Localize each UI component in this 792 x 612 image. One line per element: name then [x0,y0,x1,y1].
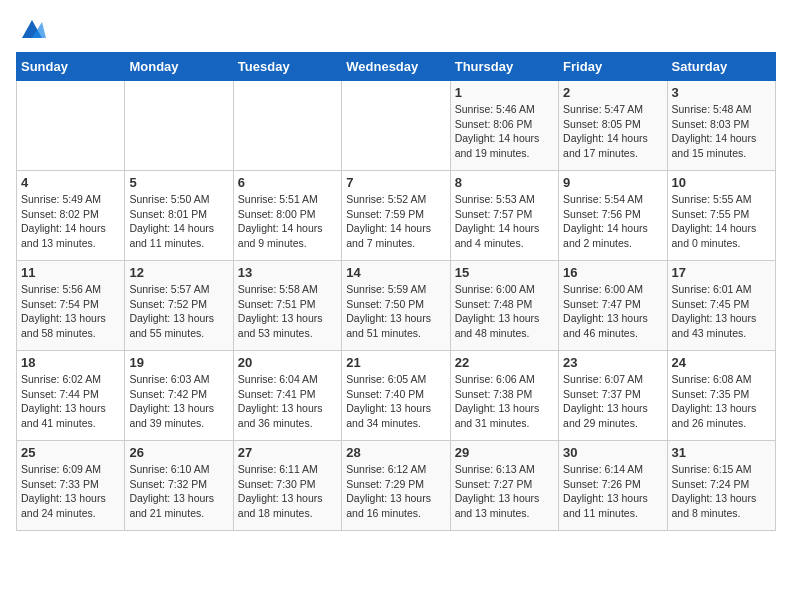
calendar-cell: 31Sunrise: 6:15 AM Sunset: 7:24 PM Dayli… [667,441,775,531]
day-number: 8 [455,175,554,190]
logo-icon [18,16,46,44]
day-info: Sunrise: 6:08 AM Sunset: 7:35 PM Dayligh… [672,372,771,431]
calendar-cell: 28Sunrise: 6:12 AM Sunset: 7:29 PM Dayli… [342,441,450,531]
day-number: 21 [346,355,445,370]
column-header-friday: Friday [559,53,667,81]
day-info: Sunrise: 6:14 AM Sunset: 7:26 PM Dayligh… [563,462,662,521]
day-number: 22 [455,355,554,370]
column-header-sunday: Sunday [17,53,125,81]
calendar-cell: 20Sunrise: 6:04 AM Sunset: 7:41 PM Dayli… [233,351,341,441]
day-info: Sunrise: 6:13 AM Sunset: 7:27 PM Dayligh… [455,462,554,521]
day-info: Sunrise: 5:50 AM Sunset: 8:01 PM Dayligh… [129,192,228,251]
column-header-monday: Monday [125,53,233,81]
calendar-cell: 4Sunrise: 5:49 AM Sunset: 8:02 PM Daylig… [17,171,125,261]
day-number: 18 [21,355,120,370]
calendar-cell [17,81,125,171]
calendar-cell: 15Sunrise: 6:00 AM Sunset: 7:48 PM Dayli… [450,261,558,351]
day-number: 29 [455,445,554,460]
day-number: 1 [455,85,554,100]
logo [16,16,46,44]
calendar-cell: 16Sunrise: 6:00 AM Sunset: 7:47 PM Dayli… [559,261,667,351]
day-info: Sunrise: 5:47 AM Sunset: 8:05 PM Dayligh… [563,102,662,161]
day-number: 15 [455,265,554,280]
calendar-cell: 9Sunrise: 5:54 AM Sunset: 7:56 PM Daylig… [559,171,667,261]
calendar-cell: 22Sunrise: 6:06 AM Sunset: 7:38 PM Dayli… [450,351,558,441]
day-number: 23 [563,355,662,370]
day-info: Sunrise: 5:55 AM Sunset: 7:55 PM Dayligh… [672,192,771,251]
header-row: SundayMondayTuesdayWednesdayThursdayFrid… [17,53,776,81]
calendar-cell: 14Sunrise: 5:59 AM Sunset: 7:50 PM Dayli… [342,261,450,351]
day-number: 25 [21,445,120,460]
day-info: Sunrise: 5:51 AM Sunset: 8:00 PM Dayligh… [238,192,337,251]
calendar-cell: 27Sunrise: 6:11 AM Sunset: 7:30 PM Dayli… [233,441,341,531]
calendar-cell: 17Sunrise: 6:01 AM Sunset: 7:45 PM Dayli… [667,261,775,351]
day-number: 7 [346,175,445,190]
day-number: 5 [129,175,228,190]
day-info: Sunrise: 5:57 AM Sunset: 7:52 PM Dayligh… [129,282,228,341]
day-info: Sunrise: 6:00 AM Sunset: 7:48 PM Dayligh… [455,282,554,341]
calendar-cell: 23Sunrise: 6:07 AM Sunset: 7:37 PM Dayli… [559,351,667,441]
day-info: Sunrise: 5:59 AM Sunset: 7:50 PM Dayligh… [346,282,445,341]
day-info: Sunrise: 6:06 AM Sunset: 7:38 PM Dayligh… [455,372,554,431]
column-header-tuesday: Tuesday [233,53,341,81]
day-info: Sunrise: 6:00 AM Sunset: 7:47 PM Dayligh… [563,282,662,341]
calendar-body: 1Sunrise: 5:46 AM Sunset: 8:06 PM Daylig… [17,81,776,531]
calendar-cell: 6Sunrise: 5:51 AM Sunset: 8:00 PM Daylig… [233,171,341,261]
day-info: Sunrise: 6:05 AM Sunset: 7:40 PM Dayligh… [346,372,445,431]
day-number: 4 [21,175,120,190]
calendar-cell: 25Sunrise: 6:09 AM Sunset: 7:33 PM Dayli… [17,441,125,531]
day-number: 11 [21,265,120,280]
calendar-cell: 13Sunrise: 5:58 AM Sunset: 7:51 PM Dayli… [233,261,341,351]
day-info: Sunrise: 6:10 AM Sunset: 7:32 PM Dayligh… [129,462,228,521]
calendar-week-1: 1Sunrise: 5:46 AM Sunset: 8:06 PM Daylig… [17,81,776,171]
calendar-cell: 7Sunrise: 5:52 AM Sunset: 7:59 PM Daylig… [342,171,450,261]
calendar-cell: 10Sunrise: 5:55 AM Sunset: 7:55 PM Dayli… [667,171,775,261]
day-number: 6 [238,175,337,190]
calendar-week-2: 4Sunrise: 5:49 AM Sunset: 8:02 PM Daylig… [17,171,776,261]
day-number: 9 [563,175,662,190]
day-number: 3 [672,85,771,100]
calendar-cell: 29Sunrise: 6:13 AM Sunset: 7:27 PM Dayli… [450,441,558,531]
calendar-cell: 26Sunrise: 6:10 AM Sunset: 7:32 PM Dayli… [125,441,233,531]
day-number: 17 [672,265,771,280]
day-number: 16 [563,265,662,280]
page-header [16,16,776,44]
day-info: Sunrise: 6:12 AM Sunset: 7:29 PM Dayligh… [346,462,445,521]
column-header-wednesday: Wednesday [342,53,450,81]
calendar-cell [233,81,341,171]
calendar-cell [125,81,233,171]
calendar-cell: 8Sunrise: 5:53 AM Sunset: 7:57 PM Daylig… [450,171,558,261]
day-info: Sunrise: 6:03 AM Sunset: 7:42 PM Dayligh… [129,372,228,431]
day-info: Sunrise: 6:07 AM Sunset: 7:37 PM Dayligh… [563,372,662,431]
calendar-week-3: 11Sunrise: 5:56 AM Sunset: 7:54 PM Dayli… [17,261,776,351]
day-info: Sunrise: 5:49 AM Sunset: 8:02 PM Dayligh… [21,192,120,251]
calendar-cell: 11Sunrise: 5:56 AM Sunset: 7:54 PM Dayli… [17,261,125,351]
day-number: 30 [563,445,662,460]
day-info: Sunrise: 5:54 AM Sunset: 7:56 PM Dayligh… [563,192,662,251]
calendar-cell: 19Sunrise: 6:03 AM Sunset: 7:42 PM Dayli… [125,351,233,441]
calendar-cell: 2Sunrise: 5:47 AM Sunset: 8:05 PM Daylig… [559,81,667,171]
calendar-cell: 24Sunrise: 6:08 AM Sunset: 7:35 PM Dayli… [667,351,775,441]
calendar-cell: 18Sunrise: 6:02 AM Sunset: 7:44 PM Dayli… [17,351,125,441]
day-number: 19 [129,355,228,370]
calendar-cell: 21Sunrise: 6:05 AM Sunset: 7:40 PM Dayli… [342,351,450,441]
day-info: Sunrise: 5:48 AM Sunset: 8:03 PM Dayligh… [672,102,771,161]
day-info: Sunrise: 6:11 AM Sunset: 7:30 PM Dayligh… [238,462,337,521]
day-number: 24 [672,355,771,370]
day-number: 20 [238,355,337,370]
day-info: Sunrise: 5:52 AM Sunset: 7:59 PM Dayligh… [346,192,445,251]
day-info: Sunrise: 5:56 AM Sunset: 7:54 PM Dayligh… [21,282,120,341]
day-number: 2 [563,85,662,100]
day-number: 27 [238,445,337,460]
day-info: Sunrise: 5:58 AM Sunset: 7:51 PM Dayligh… [238,282,337,341]
calendar-table: SundayMondayTuesdayWednesdayThursdayFrid… [16,52,776,531]
day-number: 14 [346,265,445,280]
day-info: Sunrise: 6:02 AM Sunset: 7:44 PM Dayligh… [21,372,120,431]
day-info: Sunrise: 6:15 AM Sunset: 7:24 PM Dayligh… [672,462,771,521]
column-header-thursday: Thursday [450,53,558,81]
calendar-cell: 3Sunrise: 5:48 AM Sunset: 8:03 PM Daylig… [667,81,775,171]
calendar-week-5: 25Sunrise: 6:09 AM Sunset: 7:33 PM Dayli… [17,441,776,531]
calendar-cell: 30Sunrise: 6:14 AM Sunset: 7:26 PM Dayli… [559,441,667,531]
calendar-cell: 12Sunrise: 5:57 AM Sunset: 7:52 PM Dayli… [125,261,233,351]
day-number: 26 [129,445,228,460]
